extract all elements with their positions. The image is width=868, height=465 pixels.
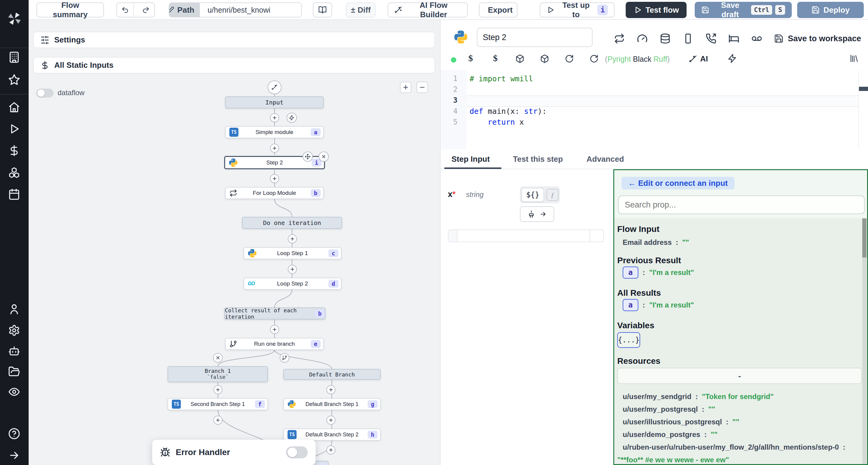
- redo-icon[interactable]: [137, 6, 154, 14]
- resource-row[interactable]: u/user/my_sendgrid : "Token for sendgrid…: [623, 392, 774, 401]
- help-icon[interactable]: [8, 428, 20, 440]
- flow-node-do-one-iteration[interactable]: Do one iteration: [242, 217, 342, 229]
- library-panel-icon[interactable]: [849, 54, 859, 64]
- resources-boxes-icon[interactable]: [8, 167, 20, 178]
- trigger-bolt-button[interactable]: [287, 113, 297, 123]
- flow-node-loop-step-2[interactable]: GO Loop Step 2 d: [244, 278, 341, 290]
- workspace-building-icon[interactable]: [8, 51, 20, 63]
- delete-step-button[interactable]: [318, 152, 329, 162]
- flow-node-simple-module[interactable]: TS Simple module a: [225, 126, 324, 138]
- arrow-right-icon[interactable]: [539, 210, 547, 218]
- template-mode-button[interactable]: ${}: [521, 188, 544, 202]
- deploy-button[interactable]: Deploy: [797, 2, 864, 18]
- result-id-chip[interactable]: a: [623, 267, 638, 278]
- insert-step-button[interactable]: [327, 445, 336, 455]
- path-input[interactable]: [204, 3, 302, 17]
- flow-node-branch-1[interactable]: Branch 1 `false`: [167, 366, 268, 382]
- insert-step-button[interactable]: [288, 265, 297, 274]
- undo-icon[interactable]: [117, 3, 134, 17]
- resource-row[interactable]: "**foo** #e we w wewe - ewe ew": [617, 456, 729, 464]
- folders-icon[interactable]: [8, 366, 20, 378]
- code-minimap[interactable]: [858, 70, 868, 150]
- insert-step-button[interactable]: [270, 144, 279, 153]
- flow-node-default-branch[interactable]: Default Branch: [283, 369, 381, 380]
- flow-node-default-branch-step-1[interactable]: Default Branch Step 1 g: [283, 398, 381, 410]
- ai-flow-builder-button[interactable]: AI Flow Builder: [388, 2, 468, 18]
- suspend-phone-icon[interactable]: [706, 33, 716, 45]
- package-icon[interactable]: [516, 54, 524, 64]
- docs-book-button[interactable]: [313, 2, 332, 18]
- insert-step-button[interactable]: [213, 385, 222, 394]
- resource-row[interactable]: u/user/demo_postgres : "": [623, 430, 718, 439]
- test-up-to-button[interactable]: Test up to i: [540, 2, 615, 18]
- zoom-in-button[interactable]: +: [400, 81, 411, 93]
- previous-result-row[interactable]: a : "I'm a result": [623, 267, 694, 278]
- flow-summary-button[interactable]: Flow summary: [36, 2, 104, 18]
- settings-gear-icon[interactable]: [8, 324, 20, 336]
- save-draft-button[interactable]: Save draft Ctrl S: [695, 2, 792, 18]
- search-prop-input[interactable]: [618, 195, 865, 214]
- mock-voicemail-icon[interactable]: [751, 33, 762, 45]
- flow-node-default-branch-step-2[interactable]: TS Default Branch Step 2 h: [283, 429, 381, 441]
- ai-suggest-wand-button[interactable]: [268, 80, 281, 94]
- diff-button[interactable]: ± Diff: [346, 2, 375, 18]
- package-icon[interactable]: [540, 54, 549, 64]
- variables-expand-chip[interactable]: {...}: [617, 332, 640, 348]
- resource-row[interactable]: u/user/my_postgresql : "": [623, 405, 715, 413]
- reload-icon[interactable]: [590, 54, 598, 64]
- flow-canvas[interactable]: Settings All Static Inputs dataflow: [29, 20, 440, 465]
- insert-step-button[interactable]: [270, 325, 279, 334]
- scrollbar-thumb[interactable]: [862, 218, 867, 258]
- tab-step-input[interactable]: Step Input: [452, 155, 490, 164]
- insert-step-button[interactable]: [288, 234, 297, 243]
- windmill-logo-icon[interactable]: [7, 11, 22, 27]
- test-flow-button[interactable]: Test flow: [626, 2, 687, 18]
- tab-test-this-step[interactable]: Test this step: [513, 155, 563, 164]
- retries-repeat-icon[interactable]: [614, 33, 625, 45]
- scrollbar-track[interactable]: [862, 218, 867, 465]
- resource-row[interactable]: u/ruben-user/u/ruben-user/my_flow_2/g/al…: [623, 443, 845, 452]
- arg-value-input[interactable]: [458, 230, 590, 241]
- insert-step-button[interactable]: [327, 385, 336, 394]
- instant-preview-bolt-icon[interactable]: [727, 54, 737, 64]
- remove-branch-button[interactable]: [213, 353, 223, 363]
- flow-input-row[interactable]: Email address : "": [623, 238, 689, 247]
- path-label-segment[interactable]: Path: [169, 3, 200, 17]
- flow-node-second-branch-step-1[interactable]: TS Second Branch Step 1 f: [167, 398, 268, 410]
- resources-empty-box[interactable]: -: [617, 368, 862, 384]
- plug-icon[interactable]: [527, 210, 535, 218]
- flow-node-run-one-branch[interactable]: Run one branch e: [225, 338, 324, 350]
- home-icon[interactable]: [8, 101, 20, 113]
- flow-node-collect-result[interactable]: Collect result of each iteration b: [224, 307, 326, 320]
- resource-row[interactable]: u/user/illustrious_postgresql : "": [623, 418, 739, 426]
- error-handler-toggle[interactable]: [286, 446, 308, 458]
- all-results-row[interactable]: a : "I'm a result": [623, 299, 694, 311]
- export-button[interactable]: Export: [479, 2, 518, 18]
- concurrency-gauge-icon[interactable]: [637, 33, 648, 45]
- flow-node-input[interactable]: Input: [225, 96, 324, 108]
- early-stop-icon[interactable]: [683, 33, 693, 45]
- variables-dollar-icon[interactable]: [8, 144, 20, 157]
- insert-step-button[interactable]: [270, 113, 279, 122]
- favorites-star-icon[interactable]: [8, 74, 20, 86]
- collapse-arrow-icon[interactable]: [8, 449, 20, 461]
- flow-node-loop-step-1[interactable]: Loop Step 1 c: [244, 247, 341, 259]
- ai-gen-button[interactable]: AI: [689, 54, 708, 64]
- sleep-bed-icon[interactable]: [728, 33, 739, 45]
- move-step-handle[interactable]: [303, 152, 313, 162]
- flow-node-for-loop[interactable]: For Loop Module b: [225, 187, 324, 199]
- code-editor[interactable]: 1 2 3 4 5 # import wmill def main(x: str…: [441, 70, 868, 150]
- step-name-input[interactable]: [477, 28, 592, 47]
- insert-step-button[interactable]: [213, 416, 222, 425]
- add-branch-button[interactable]: [280, 353, 289, 363]
- zoom-out-button[interactable]: −: [416, 81, 428, 93]
- users-icon[interactable]: [8, 303, 20, 315]
- workers-robot-icon[interactable]: [8, 345, 20, 357]
- insert-step-button[interactable]: [270, 174, 279, 183]
- tab-advanced[interactable]: Advanced: [587, 155, 624, 164]
- javascript-mode-button[interactable]: ƒ: [547, 189, 558, 201]
- schedules-calendar-icon[interactable]: [8, 188, 20, 200]
- result-id-chip[interactable]: a: [623, 299, 638, 311]
- reload-icon[interactable]: [565, 54, 574, 64]
- input-drag-handle[interactable]: [448, 230, 458, 241]
